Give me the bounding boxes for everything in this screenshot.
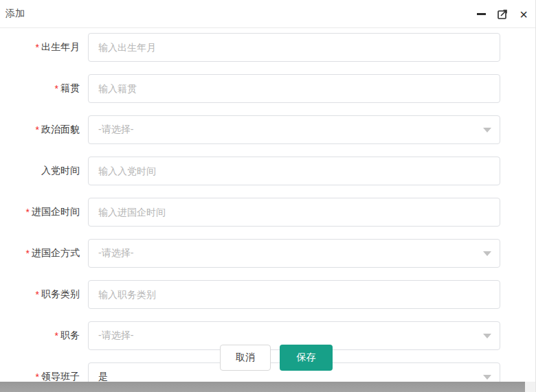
field-label-text: 政治面貌 (41, 124, 80, 135)
form-body: *出生年月 *籍贯 *政治面貌 -请选择- 入党时间 *进国企时间 *进国企方式… (0, 28, 535, 392)
field-select[interactable]: -请选择- (88, 115, 500, 144)
form-row: 入党时间 (0, 157, 535, 185)
window-controls: × (473, 0, 531, 28)
field-label: *进国企时间 (0, 206, 80, 218)
required-asterisk: * (36, 124, 39, 135)
field-label: *职务类别 (0, 288, 80, 301)
maximize-icon (497, 8, 509, 20)
minimize-button[interactable] (473, 7, 489, 22)
field-select[interactable]: -请选择- (88, 239, 500, 268)
field-cell (88, 74, 500, 103)
field-input[interactable] (88, 280, 500, 309)
field-label-text: 领导班子 (41, 371, 80, 382)
field-label-text: 职务 (60, 330, 80, 341)
field-input[interactable] (88, 74, 500, 103)
horizontal-scrollbar[interactable] (0, 382, 536, 392)
required-asterisk: * (26, 248, 30, 259)
form-row: *进国企方式 -请选择- (0, 239, 535, 268)
form-row: *进国企时间 (0, 198, 535, 227)
field-label: *政治面貌 (0, 124, 80, 136)
field-label: *进国企方式 (0, 247, 80, 260)
field-cell (88, 198, 500, 227)
field-label-text: 出生年月 (41, 41, 80, 52)
field-label-text: 职务类别 (41, 288, 80, 299)
required-asterisk: * (26, 207, 30, 218)
cancel-button[interactable]: 取消 (220, 345, 271, 371)
field-label: *籍贯 (0, 82, 80, 95)
form-row: *职务类别 (0, 280, 535, 309)
dialog-header: 添加 × (0, 0, 535, 28)
field-cell (88, 280, 500, 309)
select-value: -请选择- (98, 124, 133, 136)
form-row: *出生年月 (0, 33, 535, 62)
field-input[interactable] (88, 33, 500, 62)
minimize-icon (477, 13, 486, 15)
required-asterisk: * (36, 289, 39, 300)
close-button[interactable]: × (516, 7, 531, 22)
form-row: *籍贯 (0, 74, 535, 103)
required-asterisk: * (55, 83, 58, 94)
close-icon: × (520, 8, 528, 21)
field-input[interactable] (88, 198, 500, 227)
required-asterisk: * (36, 371, 39, 382)
horizontal-scrollbar-thumb[interactable] (0, 382, 525, 392)
form-row: *政治面貌 -请选择- (0, 115, 535, 144)
field-label-text: 入党时间 (41, 165, 80, 176)
dialog-footer: 取消 保存 (220, 345, 333, 371)
field-label: *出生年月 (0, 41, 80, 54)
field-cell: -请选择- (88, 239, 500, 268)
field-cell (88, 33, 500, 62)
required-asterisk: * (55, 330, 58, 341)
dialog-title: 添加 (5, 8, 25, 20)
add-dialog: 添加 × *出生年月 *籍贯 (0, 0, 536, 392)
field-label-text: 进国企时间 (32, 206, 80, 217)
field-label: *职务 (0, 330, 80, 342)
maximize-button[interactable] (495, 7, 510, 22)
required-asterisk: * (36, 42, 39, 53)
field-label-text: 进国企方式 (32, 247, 80, 258)
field-input[interactable] (88, 157, 500, 185)
save-button[interactable]: 保存 (280, 345, 333, 371)
field-label-text: 籍贯 (60, 82, 80, 93)
field-label: 入党时间 (0, 165, 80, 177)
select-value: -请选择- (98, 330, 133, 342)
field-cell (88, 157, 500, 185)
field-cell: -请选择- (88, 115, 500, 144)
select-value: -请选择- (98, 247, 133, 260)
